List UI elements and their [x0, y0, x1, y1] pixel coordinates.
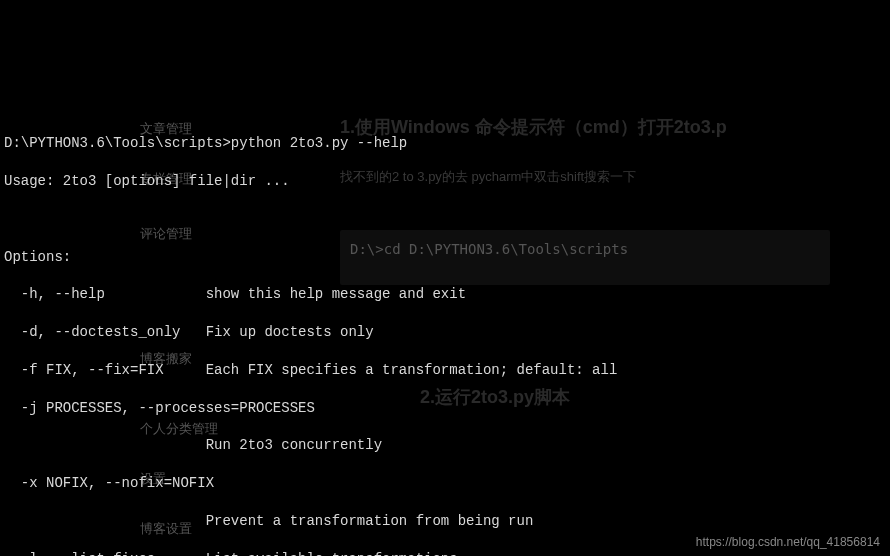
option-line: -j PROCESSES, --processes=PROCESSES: [4, 399, 886, 418]
option-line: -f FIX, --fix=FIX Each FIX specifies a t…: [4, 361, 886, 380]
option-line: -x NOFIX, --nofix=NOFIX: [4, 474, 886, 493]
option-line: -l, --list-fixes List available transfor…: [4, 550, 886, 556]
watermark-url: https://blog.csdn.net/qq_41856814: [696, 535, 880, 549]
blank-line: [4, 210, 886, 229]
option-line: Run 2to3 concurrently: [4, 436, 886, 455]
options-header: Options:: [4, 248, 886, 267]
watermark: https://blog.csdn.net/qq_41856814: [689, 518, 880, 550]
usage-line: Usage: 2to3 [options] file|dir ...: [4, 172, 886, 191]
terminal-output: D:\PYTHON3.6\Tools\scripts>python 2to3.p…: [0, 113, 890, 556]
prompt-line: D:\PYTHON3.6\Tools\scripts>python 2to3.p…: [4, 134, 886, 153]
option-line: -d, --doctests_only Fix up doctests only: [4, 323, 886, 342]
option-line: -h, --help show this help message and ex…: [4, 285, 886, 304]
